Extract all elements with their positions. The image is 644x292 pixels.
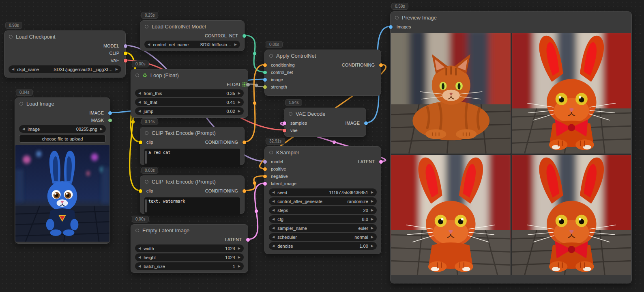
input-dot-positive[interactable]: [263, 167, 267, 171]
increment-arrow-icon[interactable]: ▶: [238, 92, 240, 95]
decrement-arrow-icon[interactable]: ◀: [138, 247, 141, 250]
widget-from-this[interactable]: ◀ from_this 0.35 ▶: [135, 89, 244, 97]
increment-arrow-icon[interactable]: ▶: [371, 236, 374, 239]
widget-controlnet-name[interactable]: ◀ control_net_name SDXL/diffusio… ▶: [144, 41, 240, 48]
output-dot-latent[interactable]: [246, 238, 250, 242]
node-header[interactable]: CLIP Text Encode (Prompt): [140, 176, 244, 187]
increment-arrow-icon[interactable]: ▶: [371, 191, 374, 194]
input-dot-model[interactable]: [263, 160, 267, 164]
node-clip-encode-negative[interactable]: 0.03s CLIP Text Encode (Prompt) clip CON…: [140, 175, 245, 214]
widget-batch-size[interactable]: ◀ batch_size 1 ▶: [135, 262, 244, 270]
widget-sampler-name[interactable]: ◀ sampler_name euler ▶: [269, 224, 377, 232]
node-header[interactable]: Empty Latent Image: [131, 225, 248, 236]
output-dot-conditioning[interactable]: [243, 189, 246, 193]
increment-arrow-icon[interactable]: ▶: [371, 200, 374, 203]
widget-ckpt-name[interactable]: ◀ ckpt_name SDXL/juggernautXL_juggXI… ▶: [9, 65, 121, 73]
output-dot-latent[interactable]: [379, 160, 383, 164]
collapse-toggle-icon[interactable]: [145, 131, 148, 135]
widget-image-file[interactable]: ◀ image 00255.png ▶: [19, 125, 106, 133]
collapse-toggle-icon[interactable]: [269, 54, 273, 58]
decrement-arrow-icon[interactable]: ◀: [272, 209, 275, 212]
increment-arrow-icon[interactable]: ▶: [371, 209, 374, 212]
widget-scheduler[interactable]: ◀ scheduler normal ▶: [269, 233, 377, 241]
widget-control-after-generate[interactable]: ◀ control_after_generate randomize ▶: [269, 197, 377, 205]
node-header[interactable]: ♻ Loop (Float): [131, 69, 248, 81]
output-dot-image[interactable]: [364, 121, 368, 125]
widget-height[interactable]: ◀ height 1024 ▶: [135, 253, 244, 261]
decrement-arrow-icon[interactable]: ◀: [272, 227, 275, 230]
output-dot-float[interactable]: [246, 83, 250, 87]
increment-arrow-icon[interactable]: ▶: [238, 110, 240, 113]
increment-arrow-icon[interactable]: ▶: [238, 247, 240, 250]
decrement-arrow-icon[interactable]: ◀: [138, 92, 141, 95]
node-load-controlnet[interactable]: 0.25s Load ControlNet Model CONTROL_NET …: [140, 20, 245, 51]
output-dot-model[interactable]: [124, 44, 127, 48]
collapse-toggle-icon[interactable]: [289, 112, 292, 116]
decrement-arrow-icon[interactable]: ◀: [138, 101, 141, 104]
input-dot-control-net[interactable]: [263, 71, 267, 74]
node-header[interactable]: Load Image: [15, 98, 110, 109]
node-header[interactable]: VAE Decode: [284, 108, 366, 119]
prev-value-arrow-icon[interactable]: ◀: [12, 68, 14, 71]
collapse-toggle-icon[interactable]: [135, 229, 139, 232]
input-dot-images[interactable]: [389, 25, 393, 29]
collapse-toggle-icon[interactable]: [19, 102, 23, 106]
input-dot-clip[interactable]: [139, 189, 142, 193]
output-dot-conditioning[interactable]: [379, 63, 383, 67]
input-dot-latent-image[interactable]: [263, 182, 267, 186]
output-dot-vae[interactable]: [124, 59, 127, 63]
node-header[interactable]: Load Checkpoint: [4, 31, 125, 42]
collapse-toggle-icon[interactable]: [145, 180, 148, 184]
next-value-arrow-icon[interactable]: ▶: [100, 128, 103, 131]
widget-cfg[interactable]: ◀ cfg 8.0 ▶: [269, 215, 377, 223]
widget-to-that[interactable]: ◀ to_that 0.41 ▶: [135, 98, 244, 106]
input-dot-image[interactable]: [263, 78, 267, 82]
decrement-arrow-icon[interactable]: ◀: [138, 110, 141, 113]
increment-arrow-icon[interactable]: ▶: [238, 101, 240, 104]
increment-arrow-icon[interactable]: ▶: [371, 244, 374, 248]
widget-seed[interactable]: ◀ seed 1119775536436451 ▶: [269, 188, 377, 196]
widget-denoise[interactable]: ◀ denoise 1.00 ▶: [269, 242, 377, 250]
node-header[interactable]: Preview Image: [391, 12, 631, 23]
node-load-image[interactable]: 0.04s Load Image IMAGE MASK ◀ image 0025…: [15, 97, 110, 244]
increment-arrow-icon[interactable]: ▶: [371, 218, 374, 221]
increment-arrow-icon[interactable]: ▶: [238, 265, 240, 268]
prompt-textarea[interactable]: text, watermark: [144, 197, 240, 214]
collapse-toggle-icon[interactable]: [395, 16, 399, 19]
next-value-arrow-icon[interactable]: ▶: [116, 68, 118, 71]
choose-file-button[interactable]: choose file to upload: [19, 135, 106, 143]
prev-value-arrow-icon[interactable]: ◀: [148, 43, 150, 46]
collapse-toggle-icon[interactable]: [9, 35, 13, 39]
collapse-toggle-icon[interactable]: [145, 25, 148, 28]
decrement-arrow-icon[interactable]: ◀: [272, 200, 275, 203]
input-dot-conditioning[interactable]: [263, 63, 267, 67]
node-header[interactable]: Apply ControlNet: [265, 50, 381, 61]
output-dot-clip[interactable]: [124, 52, 127, 55]
node-vae-decode[interactable]: 1.94s VAE Decode samples IMAGE vae: [284, 108, 366, 137]
input-dot-vae[interactable]: [283, 129, 286, 132]
decrement-arrow-icon[interactable]: ◀: [138, 256, 141, 259]
node-header[interactable]: Load ControlNet Model: [140, 21, 244, 32]
input-dot-negative[interactable]: [263, 175, 267, 178]
increment-arrow-icon[interactable]: ▶: [371, 227, 374, 230]
output-dot-controlnet[interactable]: [243, 34, 246, 38]
output-dot-image[interactable]: [108, 111, 112, 115]
prompt-textarea[interactable]: a red cat: [144, 149, 240, 166]
node-header[interactable]: KSampler: [265, 147, 381, 158]
widget-width[interactable]: ◀ width 1024 ▶: [135, 244, 244, 252]
decrement-arrow-icon[interactable]: ◀: [272, 236, 275, 239]
collapse-toggle-icon[interactable]: [269, 151, 273, 154]
node-header[interactable]: CLIP Text Encode (Prompt): [140, 127, 244, 138]
decrement-arrow-icon[interactable]: ◀: [138, 265, 141, 268]
output-dot-conditioning[interactable]: [243, 141, 246, 144]
widget-steps[interactable]: ◀ steps 20 ▶: [269, 206, 377, 214]
widget-jump[interactable]: ◀ jump 0.02 ▶: [135, 107, 244, 115]
node-clip-encode-positive[interactable]: 0.14s CLIP Text Encode (Prompt) clip CON…: [140, 127, 245, 165]
node-apply-controlnet[interactable]: 0.00s Apply ControlNet conditioning COND…: [264, 50, 381, 96]
collapse-toggle-icon[interactable]: [135, 74, 139, 77]
node-loop-float[interactable]: 0.00s ♻ Loop (Float) FLOAT ◀ from_this 0…: [131, 69, 248, 118]
input-dot-samples[interactable]: [283, 121, 286, 125]
decrement-arrow-icon[interactable]: ◀: [272, 218, 275, 221]
next-value-arrow-icon[interactable]: ▶: [234, 43, 237, 46]
node-load-checkpoint[interactable]: 0.98s Load Checkpoint MODEL CLIP VAE ◀ c…: [4, 30, 126, 78]
